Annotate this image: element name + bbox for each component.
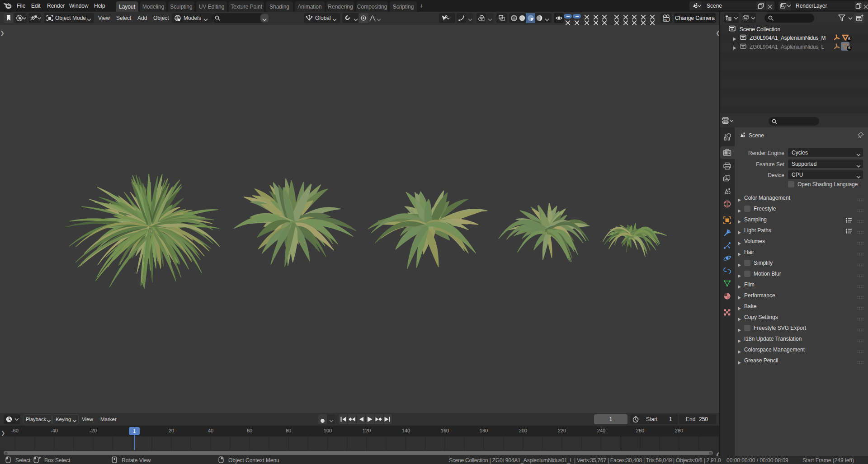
svg-text:HD: HD [664,19,668,21]
